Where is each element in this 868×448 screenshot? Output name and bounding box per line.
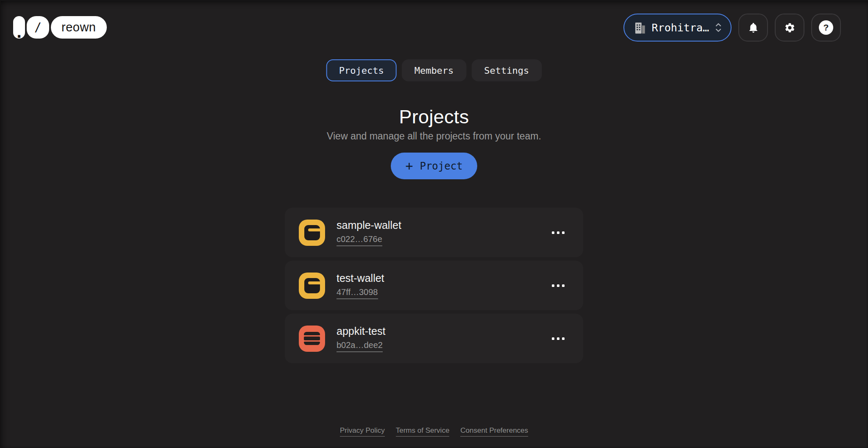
brand-dot-pill: . [13,16,25,39]
ellipsis-icon [552,284,565,287]
project-info: sample-wallet c022…676e [337,219,401,246]
header-actions: Rrohitra… ? [623,14,841,42]
add-project-button[interactable]: + Project [391,153,477,179]
project-list: sample-wallet c022…676e test-wallet 47ff… [285,208,583,363]
brand-logo[interactable]: . / reown [13,16,107,39]
top-header: . / reown Rrohitra… [0,0,868,55]
more-options-button[interactable] [551,280,565,291]
project-name: sample-wallet [337,219,401,231]
settings-button[interactable] [775,14,804,42]
stack-icon [299,326,325,352]
up-down-chevron-icon [715,22,722,33]
project-info: test-wallet 47ff…3098 [337,272,384,299]
add-project-label: Project [420,160,462,172]
brand-slash-pill: / [27,16,49,39]
org-selector[interactable]: Rrohitra… [623,14,732,42]
ellipsis-icon [552,231,565,234]
help-glyph: ? [823,22,829,33]
tab-projects-label: Projects [339,65,384,76]
tab-members-label: Members [415,65,454,76]
project-id[interactable]: b02a…dee2 [337,340,383,352]
ellipsis-icon [552,337,565,340]
brand-wordmark: reown [61,20,96,34]
project-row-test-wallet[interactable]: test-wallet 47ff…3098 [285,261,583,310]
terms-of-service-link[interactable]: Terms of Service [396,426,450,437]
gear-icon [784,22,796,33]
tab-settings-label: Settings [484,65,529,76]
more-options-button[interactable] [551,227,565,238]
plus-icon: + [405,160,413,173]
wallet-icon [299,220,325,246]
project-id[interactable]: c022…676e [337,234,382,246]
brand-dot: . [13,28,25,36]
help-button[interactable]: ? [811,14,841,42]
wallet-icon [299,273,325,299]
more-options-button[interactable] [551,333,565,344]
brand-slash: / [34,20,42,34]
page-title: Projects [0,106,868,128]
project-name: test-wallet [337,272,384,284]
brand-name-pill: reown [51,16,107,39]
footer-links: Privacy Policy Terms of Service Consent … [0,426,868,437]
privacy-policy-link[interactable]: Privacy Policy [340,426,385,437]
tab-projects[interactable]: Projects [326,59,397,81]
project-info: appkit-test b02a…dee2 [337,325,385,352]
org-tabs: Projects Members Settings [326,59,542,81]
org-name: Rrohitra… [652,22,709,34]
bell-icon [748,22,759,33]
project-id[interactable]: 47ff…3098 [337,287,378,299]
project-row-appkit-test[interactable]: appkit-test b02a…dee2 [285,314,583,363]
project-name: appkit-test [337,325,385,337]
page-subtitle: View and manage all the projects from yo… [0,131,868,142]
notifications-button[interactable] [738,14,768,42]
help-icon: ? [819,20,833,35]
project-row-sample-wallet[interactable]: sample-wallet c022…676e [285,208,583,257]
building-icon [634,21,646,34]
tab-settings[interactable]: Settings [471,59,542,81]
tab-members[interactable]: Members [402,59,467,81]
consent-preferences-link[interactable]: Consent Preferences [460,426,528,437]
